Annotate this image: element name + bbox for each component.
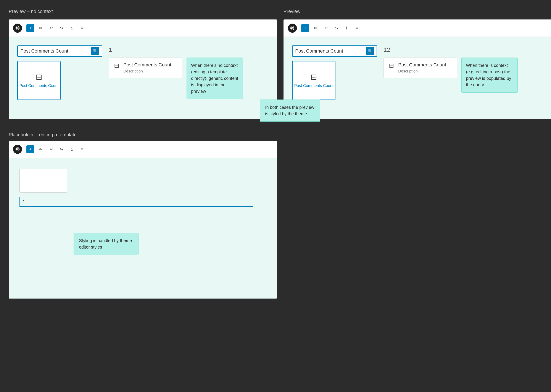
info-button-right[interactable]: ℹ [343,24,351,32]
bottom-section: Placeholder – editing a template + ✏ ↩ ↪… [9,132,542,299]
menu-button-right[interactable]: ≡ [353,24,361,32]
placeholder-box [20,169,67,193]
undo-button-left[interactable]: ↩ [47,24,55,32]
info-button-left[interactable]: ℹ [68,24,76,32]
left-content-area: 1 ⊟ Post Comments Count Description When… [109,45,268,110]
bottom-editor-panel: + ✏ ↩ ↪ ℹ ≡ Styling is handled by theme … [9,141,277,299]
right-block-info-icon: ⊟ [389,62,394,69]
left-annotation: When there's no context (editing a templ… [187,57,243,99]
left-block-info-icon: ⊟ [114,62,119,69]
left-search-bar[interactable]: 🔍 [17,45,102,57]
left-editor-panel: + ✏ ↩ ↪ ℹ ≡ 🔍 ⊟ Post Commen [9,20,277,119]
wp-logo-bottom[interactable] [13,145,22,154]
right-block-info-title: Post Comments Count [398,62,446,68]
center-annotation: In both cases the preview is styled by t… [260,99,320,122]
right-search-icon-btn[interactable]: 🔍 [366,47,374,55]
bottom-section-label: Placeholder – editing a template [9,132,542,138]
left-number-badge: 1 [109,45,268,53]
left-block-card-icon: ⊟ [36,72,42,82]
edit-button-right[interactable]: ✏ [312,24,319,32]
left-section-label: Preview – no context [9,9,277,14]
menu-button-bottom[interactable]: ≡ [78,145,86,153]
right-block-card-icon: ⊟ [311,72,317,82]
left-toolbar: + ✏ ↩ ↪ ℹ ≡ [9,20,277,37]
redo-button-left[interactable]: ↪ [57,24,65,32]
add-button-left[interactable]: + [26,24,34,32]
left-search-input[interactable] [20,48,90,54]
left-block-info-text: Post Comments Count Description [123,62,171,74]
right-content-area: 12 ⊟ Post Comments Count Description Whe… [383,45,548,110]
right-block-info-text: Post Comments Count Description [398,62,446,74]
info-button-bottom[interactable]: ℹ [68,145,76,153]
left-block-card-label: Post Comments Count [19,83,58,88]
add-button-bottom[interactable]: + [26,145,34,153]
right-block-info-desc: Description [398,69,446,74]
left-editor-body: 🔍 ⊟ Post Comments Count 1 ⊟ [9,37,277,119]
left-content-row: ⊟ Post Comments Count Description When t… [109,57,268,99]
undo-button-bottom[interactable]: ↩ [47,145,55,153]
bottom-toolbar: + ✏ ↩ ↪ ℹ ≡ [9,141,277,158]
right-editor-body: 🔍 ⊟ Post Comments Count 12 ⊟ [283,37,551,119]
wp-logo-right[interactable] [288,24,297,33]
right-toolbar: + ✏ ↩ ↪ ℹ ≡ [283,20,551,37]
left-block-info-title: Post Comments Count [123,62,171,68]
bottom-annotation: Styling is handled by theme editor style… [74,233,139,255]
right-section-label: Preview [283,9,551,14]
wp-logo-left[interactable] [13,24,22,33]
right-annotation: When there is context (e.g. editing a po… [461,57,518,93]
right-content-row: ⊟ Post Comments Count Description When t… [383,57,548,93]
bottom-placeholder-input[interactable] [20,197,253,207]
undo-button-right[interactable]: ↩ [322,24,330,32]
edit-button-bottom[interactable]: ✏ [37,145,45,153]
left-block-info-desc: Description [123,69,171,74]
right-block-info: ⊟ Post Comments Count Description [383,57,457,78]
right-editor-panel: + ✏ ↩ ↪ ℹ ≡ 🔍 ⊟ Post Commen [283,20,551,119]
right-block-card-label: Post Comments Count [294,83,333,88]
edit-button-left[interactable]: ✏ [37,24,45,32]
left-block-card[interactable]: ⊟ Post Comments Count [17,61,61,100]
bottom-editor-body: Styling is handled by theme editor style… [9,158,277,299]
right-number-badge: 12 [383,45,548,53]
right-search-input[interactable] [295,48,364,54]
left-search-icon-btn[interactable]: 🔍 [91,47,99,55]
add-button-right[interactable]: + [301,24,309,32]
right-block-card[interactable]: ⊟ Post Comments Count [292,61,335,100]
redo-button-bottom[interactable]: ↪ [57,145,65,153]
right-search-bar[interactable]: 🔍 [292,45,377,57]
left-block-info: ⊟ Post Comments Count Description [109,57,182,78]
menu-button-left[interactable]: ≡ [78,24,86,32]
redo-button-right[interactable]: ↪ [332,24,340,32]
